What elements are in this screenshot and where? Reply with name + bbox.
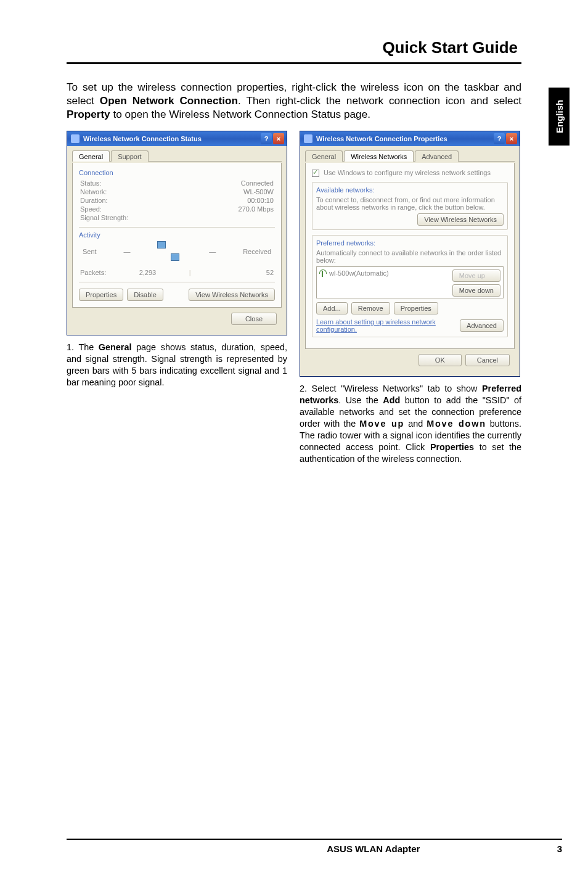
tab-advanced[interactable]: Advanced (415, 150, 459, 162)
antenna-icon (319, 269, 325, 277)
speed-value: 270.0 Mbps (239, 205, 274, 213)
properties-button[interactable]: Properties (79, 289, 123, 301)
wireless-tab-panel: Use Windows to configure my wireless net… (305, 163, 515, 349)
packets-recv-value: 52 (191, 269, 274, 276)
page-title: Quick Start Guide (67, 38, 521, 62)
help-button[interactable]: ? (494, 133, 505, 144)
learn-link[interactable]: Learn about setting up wireless network … (316, 318, 439, 333)
status-dialog: Wireless Network Connection Status ? × G… (67, 131, 287, 335)
footer-page-number: 3 (557, 844, 562, 854)
status-value: Connected (241, 179, 274, 187)
preferred-item-label: wl-500w(Automatic) (329, 269, 389, 277)
network-activity-icon (157, 241, 182, 262)
language-tab: English (549, 88, 570, 146)
use-windows-label: Use Windows to configure my wireless net… (324, 169, 491, 176)
caption-1-number: 1. (67, 342, 74, 352)
close-icon[interactable]: × (506, 133, 517, 144)
activity-received-label: Received (243, 248, 271, 255)
intro-bold-1: Open Network Connection (100, 94, 238, 107)
intro-bold-2: Property (67, 108, 110, 120)
caption-2-number: 2. (300, 384, 307, 393)
caption-2-text-b: . Use the (338, 395, 383, 405)
tab-general[interactable]: General (305, 150, 343, 162)
close-button[interactable]: Close (231, 313, 277, 325)
connection-section-title: Connection (79, 169, 275, 176)
caption-2-bold-4: Move down (427, 419, 486, 429)
signal-label: Signal Strength: (80, 214, 128, 221)
speed-label: Speed: (80, 205, 102, 213)
wireless-icon (71, 134, 80, 143)
move-down-button[interactable]: Move down (452, 284, 500, 297)
add-button[interactable]: Add... (316, 302, 348, 314)
preferred-networks-list[interactable]: wl-500w(Automatic) Move up Move down (316, 266, 504, 298)
footer-rule (67, 839, 562, 840)
duration-value: 00:00:10 (247, 197, 274, 204)
advanced-button[interactable]: Advanced (460, 319, 504, 332)
duration-label: Duration: (80, 197, 108, 204)
header-rule (67, 62, 521, 64)
ok-button[interactable]: OK (419, 354, 462, 366)
properties-dialog-title: Wireless Network Connection Properties (316, 135, 447, 142)
two-column-layout: Wireless Network Connection Status ? × G… (67, 131, 521, 465)
remove-button[interactable]: Remove (351, 302, 390, 314)
caption-2-text-a: Select "Wireless Networks" tab to show (307, 384, 482, 393)
help-button[interactable]: ? (261, 133, 272, 144)
view-wireless-networks-button[interactable]: View Wireless Networks (417, 213, 504, 226)
properties-dialog-titlebar[interactable]: Wireless Network Connection Properties ?… (300, 131, 520, 146)
caption-2-bold-5: Properties (430, 442, 474, 452)
footer-product: ASUS WLAN Adapter (327, 844, 420, 854)
properties-button[interactable]: Properties (394, 302, 438, 314)
page-footer: ASUS WLAN Adapter 3 (67, 839, 562, 854)
packets-label: Packets: (80, 269, 106, 276)
tab-support[interactable]: Support (111, 150, 149, 162)
caption-2-text-d: and (404, 419, 427, 429)
available-networks-title: Available networks: (316, 186, 504, 194)
status-dialog-titlebar[interactable]: Wireless Network Connection Status ? × (67, 131, 287, 146)
activity-sent-label: Sent (83, 248, 97, 255)
move-up-button[interactable]: Move up (452, 269, 500, 282)
page-content: Quick Start Guide To set up the wireless… (67, 38, 521, 465)
status-tab-panel: Connection Status:Connected Network:WL-5… (72, 163, 282, 308)
network-label: Network: (80, 188, 107, 195)
list-item[interactable]: wl-500w(Automatic) (319, 269, 389, 295)
caption-2-bold-2: Add (383, 395, 400, 405)
available-networks-text: To connect to, disconnect from, or find … (316, 196, 504, 211)
use-windows-checkbox[interactable] (312, 170, 319, 177)
status-label: Status: (80, 179, 101, 187)
packets-sent-value: 2,293 (106, 269, 189, 276)
cancel-button[interactable]: Cancel (465, 354, 510, 366)
status-dialog-title: Wireless Network Connection Status (83, 135, 202, 142)
status-tabs: General Support (72, 150, 282, 162)
right-column: Wireless Network Connection Properties ?… (300, 131, 521, 465)
activity-section-title: Activity (79, 231, 275, 239)
preferred-networks-title: Preferred networks: (316, 239, 504, 247)
tab-wireless-networks[interactable]: Wireless Networks (344, 150, 414, 162)
network-value: WL-500W (243, 188, 274, 195)
caption-1: 1. The General page shows status, durati… (67, 342, 287, 388)
tab-general[interactable]: General (72, 150, 110, 162)
caption-2-bold-3: Move up (359, 419, 404, 429)
caption-2: 2. Select "Wireless Networks" tab to sho… (300, 383, 521, 465)
close-icon[interactable]: × (273, 133, 284, 144)
properties-dialog: Wireless Network Connection Properties ?… (300, 131, 520, 377)
disable-button[interactable]: Disable (127, 289, 163, 301)
wireless-icon (304, 134, 312, 143)
preferred-networks-text: Automatically connect to available netwo… (316, 249, 504, 264)
properties-tabs: General Wireless Networks Advanced (305, 150, 515, 162)
intro-paragraph: To set up the wireless connection proper… (67, 80, 521, 121)
caption-1-bold: General (99, 342, 132, 352)
view-wireless-networks-button[interactable]: View Wireless Networks (189, 289, 275, 301)
left-column: Wireless Network Connection Status ? × G… (67, 131, 287, 465)
